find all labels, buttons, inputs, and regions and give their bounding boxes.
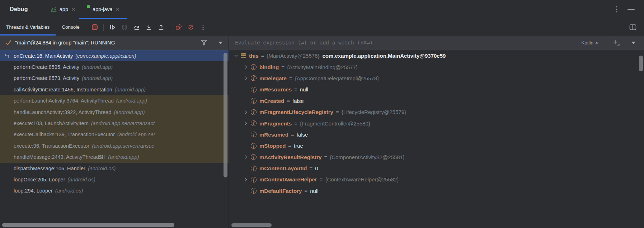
chevron-down-icon[interactable] <box>218 42 222 44</box>
step-into-button[interactable] <box>145 24 152 31</box>
stack-frame-row[interactable]: execute:96, TransactionExecutor (android… <box>0 140 229 151</box>
pause-button[interactable] <box>121 24 128 31</box>
stack-frame-row[interactable]: execute:103, LaunchActivityItem (android… <box>0 118 229 129</box>
step-over-button[interactable] <box>133 24 140 31</box>
horizontal-scrollbar[interactable] <box>2 223 174 227</box>
stack-frame-row[interactable]: performCreate:8595, Activity (android.ap… <box>0 61 229 72</box>
chevron-icon[interactable] <box>243 65 249 69</box>
titlebar-actions <box>616 6 635 13</box>
chevron-icon[interactable] <box>243 110 249 114</box>
stack-frame-row[interactable]: loopOnce:205, Looper (android.os) <box>0 174 229 185</box>
frame-package: (android.os) <box>68 177 95 182</box>
variable-value: false <box>292 98 304 104</box>
equals-sign: = <box>310 165 313 171</box>
variable-row[interactable]: f mActivityResultRegistry = {ComponentAc… <box>229 152 644 163</box>
stack-frame-row[interactable]: executeCallbacks:139, TransactionExecuto… <box>0 129 229 140</box>
frame-method: execute:96, TransactionExecutor <box>14 143 89 149</box>
variable-row[interactable]: f mDelegate = {AppCompatDelegateImpl@255… <box>229 73 644 84</box>
view-breakpoints-button[interactable] <box>175 24 182 31</box>
chevron-down-icon[interactable] <box>631 42 635 44</box>
frame-method: executeCallbacks:139, TransactionExecuto… <box>14 132 115 137</box>
frame-package: (android.app) <box>114 109 145 115</box>
chevron-icon[interactable] <box>233 54 239 57</box>
mute-breakpoints-button[interactable] <box>187 24 194 31</box>
variable-row[interactable]: f mFragmentLifecycleRegistry = {Lifecycl… <box>229 106 644 118</box>
chevron-icon[interactable] <box>243 189 249 193</box>
vertical-scrollbar[interactable] <box>224 53 227 177</box>
field-icon: f <box>251 98 257 104</box>
minimize-icon[interactable] <box>627 9 635 10</box>
variable-row[interactable]: f mResumed = false <box>229 129 644 140</box>
variable-row[interactable]: f mResources = null <box>229 84 644 95</box>
variable-value: false <box>297 132 308 138</box>
layout-settings-icon[interactable] <box>629 24 636 31</box>
more-options-icon[interactable] <box>616 6 617 13</box>
stack-frame-row[interactable]: performLaunchActivity:3764, ActivityThre… <box>0 95 229 106</box>
close-icon[interactable]: ✕ <box>116 7 120 12</box>
frame-method: loopOnce:205, Looper <box>14 177 65 182</box>
chevron-icon[interactable] <box>243 132 249 137</box>
variable-row[interactable]: f mContentLayoutId = 0 <box>229 163 644 174</box>
chevron-icon[interactable] <box>243 121 249 125</box>
field-icon: f <box>251 75 257 81</box>
tab-label: Threads & Variables <box>6 24 50 30</box>
variable-row[interactable]: f binding = {ActivityMainBinding@25577} <box>229 61 644 72</box>
filter-icon[interactable] <box>201 40 207 46</box>
field-icon: f <box>251 120 257 126</box>
chevron-icon[interactable] <box>243 76 249 80</box>
variable-row[interactable]: f this = {MainActivity@25576} com.exampl… <box>229 50 644 61</box>
stack-frame-row[interactable]: handleMessage:2443, ActivityThread$H (an… <box>0 152 229 163</box>
stack-frame-row[interactable]: handleLaunchActivity:3922, ActivityThrea… <box>0 106 229 118</box>
stack-frame-row[interactable]: onCreate:16, MainActivity (com.example.a… <box>0 50 229 61</box>
chevron-icon[interactable] <box>243 166 249 171</box>
field-icon: f <box>251 177 257 182</box>
evaluate-bar-actions: Kotlin <box>581 39 635 46</box>
variable-name: mContextAwareHelper <box>259 176 317 182</box>
equals-sign: = <box>287 98 290 104</box>
tab-console[interactable]: Console <box>56 19 86 35</box>
tab-threads-variables[interactable]: Threads & Variables <box>0 19 56 35</box>
field-icon: f <box>251 64 257 70</box>
frame-package: (android.app) <box>116 98 147 104</box>
stack-frame-row[interactable]: callActivityOnCreate:1456, Instrumentati… <box>0 84 229 95</box>
tab-app-java[interactable]: app-java ✕ <box>81 0 126 19</box>
variable-row[interactable]: f mContextAwareHelper = {ContextAwareHel… <box>229 174 644 185</box>
chevron-icon[interactable] <box>243 87 249 92</box>
frame-method: performLaunchActivity:3764, ActivityThre… <box>14 98 114 104</box>
equals-sign: = <box>324 154 327 160</box>
evaluate-expression-bar[interactable]: Evaluate expression (↵) or add a watch (… <box>229 35 644 50</box>
chevron-icon[interactable] <box>243 177 249 182</box>
variable-row[interactable]: f mCreated = false <box>229 95 644 106</box>
chevron-icon[interactable] <box>243 144 249 148</box>
variable-row[interactable]: f mStopped = true <box>229 140 644 151</box>
frame-method: callActivityOnCreate:1456, Instrumentati… <box>14 87 112 92</box>
step-out-button[interactable] <box>158 24 165 31</box>
evaluate-expression-input[interactable]: Evaluate expression (↵) or add a watch (… <box>235 40 373 46</box>
chevron-icon[interactable] <box>243 99 249 103</box>
frame-method: handleMessage:2443, ActivityThread$H <box>14 154 105 160</box>
frame-package: (android.app) <box>108 154 139 160</box>
variable-name: binding <box>259 64 279 70</box>
thread-selector[interactable]: "main"@24,884 in group "main": RUNNING <box>0 35 229 50</box>
frame-package: (android.app.servertransact <box>91 120 155 126</box>
variable-name: mContentLayoutId <box>259 165 307 171</box>
vertical-scrollbar[interactable] <box>639 56 643 71</box>
frame-package: (android.os) <box>88 166 116 171</box>
variable-row[interactable]: f mDefaultFactory = null <box>229 185 644 196</box>
close-icon[interactable]: ✕ <box>71 7 75 12</box>
language-selector[interactable]: Kotlin <box>581 40 593 46</box>
add-watch-icon[interactable] <box>613 39 620 46</box>
language-caret-icon[interactable] <box>595 42 598 44</box>
chevron-icon[interactable] <box>243 155 249 159</box>
stack-frame-row[interactable]: performCreate:8573, Activity (android.ap… <box>0 73 229 84</box>
more-options-icon[interactable] <box>199 24 207 31</box>
equals-sign: = <box>294 86 297 92</box>
horizontal-scrollbar[interactable] <box>231 223 272 227</box>
resume-button[interactable] <box>109 24 116 31</box>
variable-row[interactable]: f mFragments = {FragmentController@25580… <box>229 118 644 129</box>
variable-name: mDefaultFactory <box>259 188 302 194</box>
stack-frame-row[interactable]: loop:294, Looper (android.os) <box>0 185 229 196</box>
stop-button[interactable] <box>91 24 98 31</box>
stack-frame-row[interactable]: dispatchMessage:106, Handler (android.os… <box>0 163 229 174</box>
tab-app[interactable]: app ✕ <box>44 0 81 19</box>
